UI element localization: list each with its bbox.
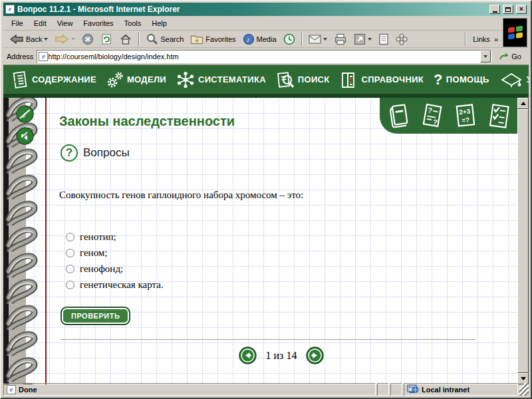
mail-dropdown-icon[interactable] — [323, 38, 327, 43]
messenger-button[interactable] — [392, 32, 411, 47]
book-mode-button[interactable] — [387, 102, 411, 130]
prev-question-button[interactable] — [239, 346, 257, 364]
back-dropdown-icon[interactable] — [44, 38, 48, 43]
tasks-mode-button[interactable]: 2+3=? — [454, 102, 477, 130]
print-icon — [334, 33, 347, 45]
page-icon: e — [39, 52, 48, 61]
back-arrow-icon — [9, 34, 24, 45]
vertical-scrollbar[interactable] — [517, 98, 529, 384]
option-row: генетическая карта. — [66, 277, 164, 293]
svg-text:=?: =? — [461, 116, 469, 124]
history-button[interactable] — [280, 32, 299, 47]
address-input[interactable] — [48, 53, 480, 61]
refresh-icon — [100, 33, 112, 45]
svg-text:♪: ♪ — [246, 36, 249, 43]
home-icon — [119, 33, 132, 45]
option-label: генофонд; — [80, 263, 123, 275]
nav-label: СИСТЕМАТИКА — [198, 74, 266, 84]
forward-button[interactable] — [51, 33, 78, 46]
close-button[interactable]: × — [516, 5, 527, 14]
margin-line — [45, 98, 47, 384]
question-circle-icon: ? — [61, 144, 78, 162]
address-bar: Address e Go — [3, 48, 529, 65]
refresh-button[interactable] — [97, 32, 116, 47]
minimize-button[interactable] — [489, 5, 500, 14]
nav-item-textbook[interactable]: У — [499, 70, 529, 89]
status-message-pane: e Done — [3, 383, 376, 396]
option-label: генетическая карта. — [80, 279, 164, 291]
menu-file[interactable]: File — [6, 17, 29, 29]
nav-item-reference[interactable]: СПРАВОЧНИК — [339, 70, 424, 89]
edit-dropdown-icon[interactable] — [368, 38, 372, 43]
go-label: Go — [511, 53, 521, 61]
option-label: геном; — [80, 247, 108, 259]
back-label: Back — [26, 35, 42, 43]
menu-tools[interactable]: Tools — [119, 17, 147, 29]
nav-item-systematics[interactable]: СИСТЕМАТИКА — [176, 70, 266, 89]
scrollbar-thumb[interactable] — [517, 109, 529, 373]
questions-mode-button[interactable]: ?? — [420, 102, 444, 130]
svg-text:★: ★ — [194, 37, 200, 44]
links-chevron-icon[interactable]: » — [494, 35, 498, 43]
menu-bar: File Edit View Favorites Tools Help — [3, 16, 529, 31]
mail-button[interactable] — [305, 33, 331, 45]
forward-dropdown-icon — [71, 38, 75, 43]
nav-item-help[interactable]: ? ПОМОЩЬ — [434, 71, 489, 88]
back-button[interactable]: Back — [6, 33, 51, 46]
option-radio-2[interactable] — [66, 249, 74, 257]
taxonomy-tree-icon — [176, 70, 195, 89]
go-button[interactable]: Go — [495, 51, 525, 63]
check-answer-button[interactable]: ПРОВЕРИТЬ — [61, 307, 130, 325]
tests-mode-button[interactable] — [487, 102, 511, 130]
history-icon — [283, 33, 295, 45]
svg-text:2+3: 2+3 — [458, 108, 470, 116]
option-radio-1[interactable] — [66, 233, 74, 241]
maximize-button[interactable] — [503, 5, 513, 14]
nav-item-models[interactable]: МОДЕЛИ — [106, 70, 166, 89]
resize-grip[interactable] — [519, 383, 529, 396]
menu-favorites[interactable]: Favorites — [78, 17, 118, 29]
mail-icon — [309, 35, 321, 44]
home-button[interactable] — [116, 32, 136, 47]
favorites-button[interactable]: ★ Favorites — [187, 32, 239, 46]
music-mute-button[interactable]: ♪ — [16, 105, 34, 123]
title-bar: e Вопрос 11.2.1 - Microsoft Internet Exp… — [3, 3, 529, 16]
address-label: Address — [7, 53, 33, 61]
questions-section-header: ? Вопросы — [61, 144, 130, 162]
menu-edit[interactable]: Edit — [29, 17, 52, 29]
toolbar-separator — [465, 33, 466, 46]
standard-buttons-toolbar: Back Search ★ Favorites ♪ Media — [3, 31, 529, 48]
nav-item-search[interactable]: ПОИСК — [276, 70, 330, 89]
intranet-zone-icon — [407, 384, 419, 394]
option-radio-3[interactable] — [66, 265, 74, 273]
stop-button[interactable] — [78, 32, 97, 47]
address-dropdown-button[interactable] — [480, 51, 491, 63]
next-question-button[interactable] — [306, 346, 324, 364]
status-pane-empty — [390, 383, 402, 396]
option-row: генотип; — [66, 229, 164, 245]
discuss-button[interactable] — [375, 32, 392, 47]
print-button[interactable] — [331, 32, 350, 47]
links-label[interactable]: Links — [473, 35, 490, 43]
media-button[interactable]: ♪ Media — [239, 32, 280, 47]
option-radio-4[interactable] — [66, 281, 74, 289]
go-arrow-icon — [499, 52, 509, 61]
lesson-mode-panel: ?? 2+3=? — [380, 98, 517, 134]
address-field: e — [37, 50, 491, 63]
scroll-up-button[interactable] — [517, 98, 529, 109]
nav-label: СОДЕРЖАНИЕ — [32, 74, 96, 84]
nav-label: ПОИСК — [298, 74, 330, 84]
menu-view[interactable]: View — [52, 17, 78, 29]
search-button[interactable]: Search — [142, 31, 187, 47]
status-text: Done — [19, 386, 37, 394]
divider — [61, 339, 475, 340]
option-label: генотип; — [80, 231, 116, 243]
page-content: ♪ ?? 2+3=? Законы наследственности ? Воп… — [3, 98, 529, 384]
windows-flag-icon — [508, 25, 523, 39]
sound-mute-button[interactable] — [16, 127, 34, 145]
zone-text: Local intranet — [422, 386, 469, 394]
nav-item-contents[interactable]: СОДЕРЖАНИЕ — [11, 70, 96, 89]
edit-button[interactable] — [350, 32, 375, 47]
reference-book-icon — [339, 70, 358, 89]
menu-help[interactable]: Help — [146, 17, 172, 29]
